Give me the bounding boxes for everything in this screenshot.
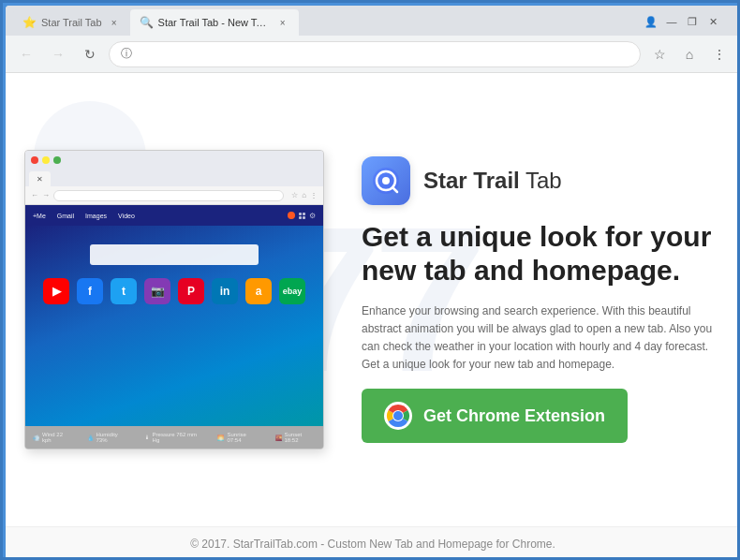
preview-navarea: ← → ☆ ⌂ ⋮ <box>25 186 323 205</box>
page-content: 77 ✕ ← → <box>6 73 740 560</box>
restore-button[interactable]: ❐ <box>686 15 699 28</box>
app-description: Enhance your browsing and search experie… <box>362 302 721 375</box>
svg-point-3 <box>382 177 390 184</box>
app-header: Star Trail Tab <box>362 156 721 205</box>
nav-right-buttons: ☆ ⌂ ⋮ <box>646 41 733 67</box>
preview-dot-green <box>53 156 61 164</box>
preview-search-bar <box>90 244 259 265</box>
preview-humidity: 💧 Humidity 73% <box>87 432 129 443</box>
preview-sunrise: 🌅 Sunrise 07:54 <box>217 432 259 443</box>
app-name: Star Trail Tab <box>423 168 562 193</box>
tab-star-trail[interactable]: ⭐ Star Trail Tab × <box>13 9 130 36</box>
tab-close-1[interactable]: × <box>108 16 121 29</box>
preview-menubar: +Me Gmail Images Video <box>25 205 323 226</box>
humidity-icon: 💧 <box>87 435 94 441</box>
app-icon <box>362 156 410 205</box>
home-button[interactable]: ⌂ <box>676 41 703 67</box>
social-instagram: 📷 <box>144 278 170 304</box>
pressure-icon: 🌡 <box>144 435 150 440</box>
tab-label-1: Star Trail Tab <box>41 17 102 28</box>
wind-icon: 💨 <box>33 435 39 441</box>
preview-social-icons: ▶ f t 📷 P in a ebay <box>43 278 305 304</box>
preview-fwd: → <box>42 191 50 199</box>
svg-point-6 <box>393 411 403 420</box>
social-amazon: a <box>245 278 272 304</box>
pressure-text: Pressure 762 mm Hg <box>153 432 203 443</box>
tab-new-tab[interactable]: 🔍 Star Trail Tab - New Tab - × <box>130 9 299 36</box>
cta-label: Get Chrome Extension <box>423 406 605 426</box>
social-twitter: t <box>111 278 137 304</box>
preview-back: ← <box>31 191 38 199</box>
preview-grid-icon <box>299 213 305 219</box>
preview-settings: ⚙ <box>309 212 316 220</box>
preview-tab: ✕ <box>29 171 51 186</box>
preview-grid <box>299 213 305 219</box>
preview-tab-area: ✕ <box>25 169 323 186</box>
preview-menu-images: Images <box>85 213 107 219</box>
preview-menu-video: Video <box>118 213 135 219</box>
close-button[interactable]: ✕ <box>706 15 719 28</box>
footer-text: © 2017. StarTrailTab.com - Custom New Ta… <box>190 538 555 551</box>
app-tagline: Get a unique look for your new tab and h… <box>362 220 721 287</box>
right-panel: Star Trail Tab Get a unique look for you… <box>362 156 721 444</box>
app-icon-svg <box>369 164 403 198</box>
get-chrome-extension-button[interactable]: Get Chrome Extension <box>362 389 628 443</box>
preview-menu-gmail: Gmail <box>57 213 74 219</box>
back-button[interactable]: ← <box>13 41 39 67</box>
account-icon[interactable]: 👤 <box>644 15 658 28</box>
preview-menu-me: +Me <box>33 213 46 219</box>
tab-favicon-1: ⭐ <box>22 16 36 29</box>
social-facebook: f <box>77 278 103 304</box>
app-name-bold: Star Trail <box>423 168 520 193</box>
browser-preview: ✕ ← → ☆ ⌂ ⋮ +Me Gmail Images <box>24 150 324 449</box>
preview-pressure: 🌡 Pressure 762 mm Hg <box>144 432 203 443</box>
window-controls: 👤 — ❐ ✕ <box>644 15 719 28</box>
refresh-button[interactable]: ↻ <box>77 41 103 67</box>
chrome-logo-icon <box>384 402 412 430</box>
address-icon: ⓘ <box>121 46 132 62</box>
social-ebay: ebay <box>279 278 305 304</box>
address-bar[interactable]: ⓘ <box>109 41 641 67</box>
nav-bar: ← → ↻ ⓘ ☆ ⌂ ⋮ <box>6 36 740 73</box>
content-wrapper: ✕ ← → ☆ ⌂ ⋮ +Me Gmail Images <box>24 150 721 449</box>
social-pinterest: P <box>178 278 204 304</box>
app-name-wrapper: Star Trail Tab <box>423 168 562 194</box>
wind-text: Wind 22 kph <box>42 432 72 443</box>
forward-button[interactable]: → <box>45 41 71 67</box>
tab-label-2: Star Trail Tab - New Tab - <box>158 17 271 28</box>
preview-titlebar <box>25 151 323 169</box>
main-area: 77 ✕ ← → <box>6 73 740 526</box>
preview-notif <box>288 212 295 219</box>
preview-body: ▶ f t 📷 P in a ebay <box>25 226 323 426</box>
preview-dot-yellow <box>42 156 50 164</box>
sunset-text: Sunset 18:52 <box>285 432 316 443</box>
preview-home: ⌂ <box>302 191 306 199</box>
sunrise-icon: 🌅 <box>217 435 224 441</box>
preview-right-icons: ⚙ <box>288 212 316 220</box>
tab-close-2[interactable]: × <box>276 16 289 29</box>
preview-address-bar <box>53 190 284 201</box>
social-linkedin: in <box>212 278 238 304</box>
browser-window: ⭐ Star Trail Tab × 🔍 Star Trail Tab - Ne… <box>6 6 740 560</box>
sunrise-text: Sunrise 07:54 <box>227 432 259 443</box>
sunset-icon: 🌇 <box>275 435 282 441</box>
preview-star: ☆ <box>291 191 298 199</box>
preview-dots: ⋮ <box>310 191 318 199</box>
page-footer: © 2017. StarTrailTab.com - Custom New Ta… <box>6 526 740 560</box>
preview-sunset: 🌇 Sunset 18:52 <box>275 432 316 443</box>
title-bar: ⭐ Star Trail Tab × 🔍 Star Trail Tab - Ne… <box>6 6 740 36</box>
preview-footer: 💨 Wind 22 kph 💧 Humidity 73% 🌡 Pressure … <box>25 426 323 449</box>
preview-tab-icon: ✕ <box>37 175 43 184</box>
social-youtube: ▶ <box>43 278 69 304</box>
bookmark-button[interactable]: ☆ <box>646 41 673 67</box>
minimize-button[interactable]: — <box>665 15 678 28</box>
preview-dot-red <box>31 156 38 164</box>
menu-button[interactable]: ⋮ <box>706 41 733 67</box>
tab-favicon-2: 🔍 <box>140 16 153 29</box>
preview-wind: 💨 Wind 22 kph <box>33 432 72 443</box>
app-name-suffix: Tab <box>520 168 562 193</box>
humidity-text: Humidity 73% <box>96 432 129 443</box>
